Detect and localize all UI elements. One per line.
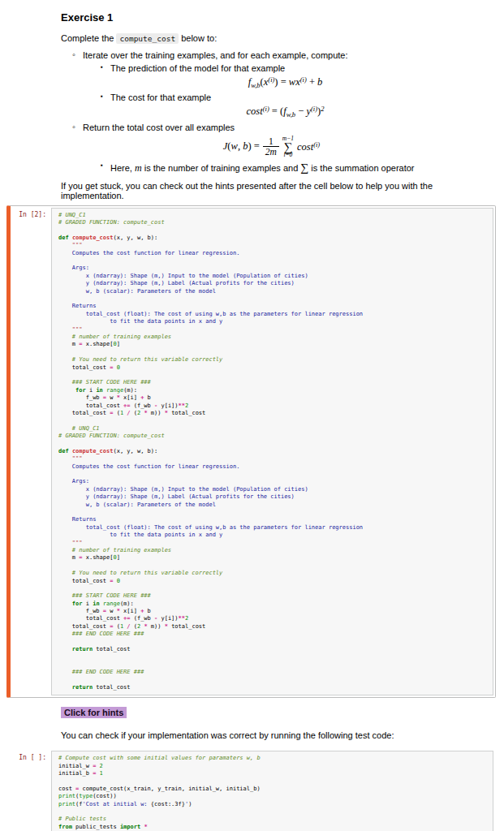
fraction: 1 2m xyxy=(263,136,279,157)
code-line: def compute_cost(x, y, w, b): xyxy=(58,235,489,242)
code-line: # UNQ_C1 xyxy=(58,212,489,219)
code-line: to fit the data points in x and y xyxy=(58,318,489,325)
code-line: initial_w = 2 xyxy=(58,763,489,770)
code-line xyxy=(58,471,489,478)
code-editor-test[interactable]: # Compute cost with some initial values … xyxy=(51,751,493,831)
code-line: # number of training examples xyxy=(58,547,489,554)
code-line xyxy=(58,562,489,570)
code-line: Returns xyxy=(58,516,489,523)
code-line: """ xyxy=(58,455,489,463)
code-line: ### START CODE HERE ### xyxy=(58,379,489,386)
fraction-denominator: 2m xyxy=(263,146,279,157)
code-editor-compute-cost[interactable]: # UNQ_C1# GRADED FUNCTION: compute_cost … xyxy=(51,208,493,696)
code-line xyxy=(58,653,489,661)
code-line: total_cost = (1 / (2 * m)) * total_cost xyxy=(58,623,489,631)
formula-rhs: cost(i) xyxy=(297,140,320,153)
code-line: Computes the cost function for linear re… xyxy=(58,250,489,257)
code-line: to fit the data points in x and y xyxy=(58,532,489,539)
code-line: """ xyxy=(58,242,489,249)
code-line: return total_cost xyxy=(58,646,489,653)
code-line xyxy=(58,677,489,684)
code-line: print(f'Cost at initial w: {cost:.3f}') xyxy=(58,801,489,808)
formula-cost: cost(i) = (fw,b − y(i))2 xyxy=(110,105,460,118)
bullet-return-text: Return the total cost over all examples xyxy=(83,123,235,132)
code-line: from public_tests import * xyxy=(58,824,489,831)
code-line: # Compute cost with some initial values … xyxy=(58,755,489,762)
hints-toggle[interactable]: Click for hints xyxy=(61,707,127,718)
code-line: total_cost (float): The cost of using w,… xyxy=(58,524,489,532)
code-line xyxy=(58,639,489,646)
code-line: total_cost += (f_wb - y[i])**2 xyxy=(58,615,489,622)
code-line: total_cost (float): The cost of using w,… xyxy=(58,311,489,318)
code-line: total_cost += (f_wb - y[i])**2 xyxy=(58,403,489,410)
code-line: # GRADED FUNCTION: compute_cost xyxy=(58,219,489,226)
code-line: # You need to return this variable corre… xyxy=(58,356,489,364)
code-line: Returns xyxy=(58,303,489,310)
code-cell-compute-cost[interactable]: In [2]: # UNQ_C1# GRADED FUNCTION: compu… xyxy=(6,205,496,699)
code-line xyxy=(58,372,489,379)
code-line: ### START CODE HERE ### xyxy=(58,592,489,600)
fraction-numerator: 1 xyxy=(266,136,276,147)
exercise-intro: Complete the compute_cost below to: xyxy=(61,33,493,43)
code-line: f_wb = w * x[i] + b xyxy=(58,394,489,402)
formula-total-cost: J(w, b) = 1 2m m−1 ∑ i=0 cost(i) xyxy=(83,136,460,158)
code-line xyxy=(58,509,489,516)
code-line xyxy=(58,585,489,592)
code-line: return total_cost xyxy=(58,684,489,691)
hints-section: Click for hints xyxy=(61,704,493,719)
code-line xyxy=(58,295,489,303)
exercise-title: Exercise 1 xyxy=(61,11,493,24)
bullet-iterate: Iterate over the training examples, and … xyxy=(72,50,493,118)
code-line: """ xyxy=(58,326,489,334)
test-instructions-markdown: You can check if your implementation was… xyxy=(61,730,493,740)
code-line: # You need to return this variable corre… xyxy=(58,570,489,577)
code-line: print(type(cost)) xyxy=(58,793,489,800)
code-line: ### END CODE HERE ### xyxy=(58,631,489,638)
code-line: w, b (scalar): Parameters of the model xyxy=(58,288,489,295)
bullet-iterate-text: Iterate over the training examples, and … xyxy=(83,50,348,60)
summation-symbol: m−1 ∑ i=0 xyxy=(282,136,294,158)
code-line: x (ndarray): Shape (m,) Input to the mod… xyxy=(58,273,489,280)
code-line: f_wb = w * x[i] + b xyxy=(58,608,489,615)
code-line xyxy=(58,257,489,265)
code-line: m = x.shape[0] xyxy=(58,554,489,562)
code-line: Computes the cost function for linear re… xyxy=(58,463,489,471)
code-line xyxy=(58,778,489,786)
exercise-bullet-list: Iterate over the training examples, and … xyxy=(61,50,493,174)
code-line: m = x.shape[0] xyxy=(58,341,489,348)
code-line xyxy=(58,417,489,424)
bullet-prediction-text: The prediction of the model for that exa… xyxy=(110,63,285,73)
bullet-here-m: Here, m is the number of training exampl… xyxy=(101,161,493,174)
exercise-markdown-cell: Exercise 1 Complete the compute_cost bel… xyxy=(0,0,504,200)
code-line: w, b (scalar): Parameters of the model xyxy=(58,502,489,509)
code-line: Args: xyxy=(58,265,489,272)
code-line xyxy=(58,661,489,669)
code-line: # Public tests xyxy=(58,816,489,823)
bullet-return: Return the total cost over all examples … xyxy=(72,123,493,174)
sum-lower-limit: i=0 xyxy=(283,152,292,158)
code-line xyxy=(58,349,489,356)
stuck-hint-text: If you get stuck, you can check out the … xyxy=(61,181,493,200)
code-line: # number of training examples xyxy=(58,334,489,341)
input-prompt-empty: In [ ]: xyxy=(12,751,51,831)
code-line xyxy=(58,808,489,816)
code-line xyxy=(58,440,489,447)
code-line: Args: xyxy=(58,478,489,485)
input-prompt: In [2]: xyxy=(12,208,51,696)
code-line: for i in range(m): xyxy=(58,387,489,394)
code-cell-test[interactable]: In [ ]: # Compute cost with some initial… xyxy=(10,748,496,831)
bullet-cost: The cost for that example cost(i) = (fw,… xyxy=(101,93,493,118)
code-line: total_cost = (1 / (2 * m)) * total_cost xyxy=(58,410,489,417)
code-line: x (ndarray): Shape (m,) Input to the mod… xyxy=(58,486,489,493)
code-line: ### END CODE HERE ### xyxy=(58,669,489,676)
code-line xyxy=(58,227,489,235)
formula-prediction: fw,b(x(i)) = wx(i) + b xyxy=(110,75,460,89)
code-line: # UNQ_C1 xyxy=(58,425,489,433)
code-line: initial_b = 1 xyxy=(58,770,489,777)
bullet-cost-text: The cost for that example xyxy=(110,93,211,102)
code-line: y (ndarray): Shape (m,) Label (Actual pr… xyxy=(58,493,489,501)
bullet-prediction: The prediction of the model for that exa… xyxy=(101,63,493,89)
code-line: total_cost = 0 xyxy=(58,578,489,585)
code-line: for i in range(m): xyxy=(58,601,489,608)
code-line: cost = compute_cost(x_train, y_train, in… xyxy=(58,786,489,793)
